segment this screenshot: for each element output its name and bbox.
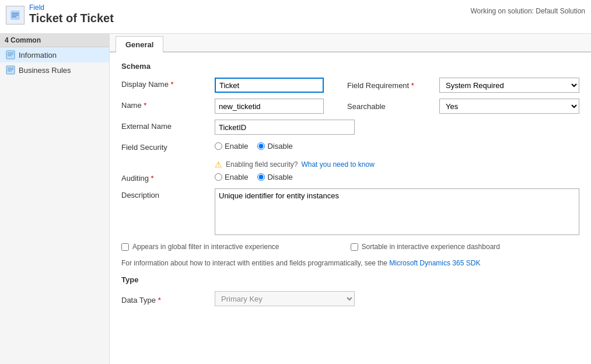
display-name-required: * xyxy=(171,80,174,89)
external-name-input[interactable] xyxy=(215,120,355,135)
checkbox-row: Appears in global filter in interactive … xyxy=(121,243,579,251)
display-name-label: Display Name * xyxy=(121,78,215,89)
sortable-checkbox[interactable] xyxy=(351,243,358,251)
svg-rect-11 xyxy=(8,71,12,71)
display-name-row: Display Name * Field Requirement * Syste… xyxy=(121,78,579,93)
header-title-block: Field Ticket of Ticket xyxy=(29,4,114,25)
rules-icon xyxy=(6,65,15,75)
sidebar-item-information-label: Information xyxy=(19,51,57,60)
type-section: Type Data Type * Primary Key xyxy=(121,275,579,306)
name-input[interactable] xyxy=(215,99,324,114)
name-row: Name * Searchable Yes No xyxy=(121,99,579,114)
warning-icon: ⚠ xyxy=(215,160,222,169)
auditing-label: Auditing * xyxy=(121,172,215,183)
field-security-row: Field Security Enable Disable xyxy=(121,141,579,152)
appears-col: Appears in global filter in interactive … xyxy=(121,243,351,251)
sortable-checkbox-item[interactable]: Sortable in interactive experience dashb… xyxy=(351,243,580,251)
sidebar-section-header: 4 Common xyxy=(0,34,109,47)
svg-rect-5 xyxy=(8,52,13,53)
header-icon xyxy=(6,6,25,24)
page-header: Field Ticket of Ticket Working on soluti… xyxy=(0,0,591,34)
tab-general[interactable]: General xyxy=(116,36,163,52)
display-name-control xyxy=(215,78,324,93)
external-name-row: External Name xyxy=(121,120,579,135)
appears-checkbox[interactable] xyxy=(121,243,129,251)
auditing-row: Auditing * Enable Disable xyxy=(121,172,579,183)
display-name-input[interactable] xyxy=(215,78,324,93)
field-security-radio-group: Enable Disable xyxy=(215,141,293,150)
sortable-col: Sortable in interactive experience dashb… xyxy=(351,243,580,251)
warning-row: ⚠ Enabling field security? What you need… xyxy=(121,158,579,172)
auditing-radio-group: Enable Disable xyxy=(215,172,293,181)
auditing-disable-option[interactable]: Disable xyxy=(257,173,292,181)
data-type-label: Data Type * xyxy=(121,293,215,304)
sidebar: 4 Common Information xyxy=(0,34,110,364)
field-security-enable-option[interactable]: Enable xyxy=(215,142,248,150)
sidebar-item-information[interactable]: Information xyxy=(0,47,109,62)
svg-rect-3 xyxy=(12,16,16,18)
info-row: For information about how to interact wi… xyxy=(121,256,579,271)
description-label: Description xyxy=(121,188,215,200)
field-requirement-select[interactable]: System Required Business Required Option… xyxy=(439,78,579,93)
working-on-label: Working on solution: Default Solution xyxy=(470,4,585,15)
warning-link[interactable]: What you need to know xyxy=(301,160,374,169)
field-requirement-label: Field Requirement * xyxy=(347,81,435,90)
field-security-enable-radio[interactable] xyxy=(215,142,222,150)
searchable-label: Searchable xyxy=(347,102,435,111)
data-type-required: * xyxy=(158,296,161,304)
main-layout: 4 Common Information xyxy=(0,34,591,364)
field-security-label: Field Security xyxy=(121,141,215,152)
content-area: General Schema Display Name * Field Requ… xyxy=(110,34,591,364)
description-textarea[interactable]: Unique identifier for entity instances xyxy=(215,188,579,235)
field-label: Field xyxy=(29,4,114,12)
field-requirement-required: * xyxy=(411,81,414,90)
sidebar-item-business-rules-label: Business Rules xyxy=(19,66,71,75)
data-type-select[interactable]: Primary Key xyxy=(215,291,355,306)
appears-checkbox-item[interactable]: Appears in global filter in interactive … xyxy=(121,243,351,251)
name-label: Name * xyxy=(121,99,215,110)
field-requirement-group: Field Requirement * System Required Busi… xyxy=(347,78,579,93)
auditing-required: * xyxy=(151,174,154,183)
warning-text: Enabling field security? xyxy=(226,160,298,169)
sidebar-item-business-rules[interactable]: Business Rules xyxy=(0,62,109,78)
svg-rect-7 xyxy=(8,55,12,56)
description-control: Unique identifier for entity instances xyxy=(215,188,579,237)
searchable-group: Searchable Yes No xyxy=(347,99,579,114)
tab-bar: General xyxy=(110,34,591,52)
auditing-enable-option[interactable]: Enable xyxy=(215,173,248,181)
auditing-disable-radio[interactable] xyxy=(257,173,265,181)
page-title: Ticket of Ticket xyxy=(29,12,114,25)
auditing-enable-radio[interactable] xyxy=(215,173,222,181)
svg-rect-6 xyxy=(8,54,13,55)
svg-rect-2 xyxy=(12,15,19,16)
type-section-title: Type xyxy=(121,275,579,284)
field-security-disable-option[interactable]: Disable xyxy=(257,142,292,150)
sdk-link[interactable]: Microsoft Dynamics 365 SDK xyxy=(389,259,480,267)
external-name-label: External Name xyxy=(121,120,215,131)
name-control xyxy=(215,99,324,114)
sortable-label: Sortable in interactive experience dashb… xyxy=(362,243,500,251)
svg-rect-8 xyxy=(6,66,15,74)
description-row: Description Unique identifier for entity… xyxy=(121,188,579,237)
svg-rect-4 xyxy=(6,51,15,59)
header-left: Field Ticket of Ticket xyxy=(6,4,114,25)
form-area: Schema Display Name * Field Requirement … xyxy=(110,52,591,321)
appears-label: Appears in global filter in interactive … xyxy=(132,243,279,251)
field-security-disable-radio[interactable] xyxy=(257,142,265,150)
searchable-select[interactable]: Yes No xyxy=(439,99,579,114)
info-icon xyxy=(6,50,15,60)
schema-section-title: Schema xyxy=(121,62,579,71)
svg-rect-1 xyxy=(12,13,19,14)
name-required: * xyxy=(144,101,146,110)
data-type-row: Data Type * Primary Key xyxy=(121,291,579,306)
svg-rect-10 xyxy=(8,69,13,70)
svg-rect-9 xyxy=(8,68,13,68)
external-name-control xyxy=(215,120,506,135)
